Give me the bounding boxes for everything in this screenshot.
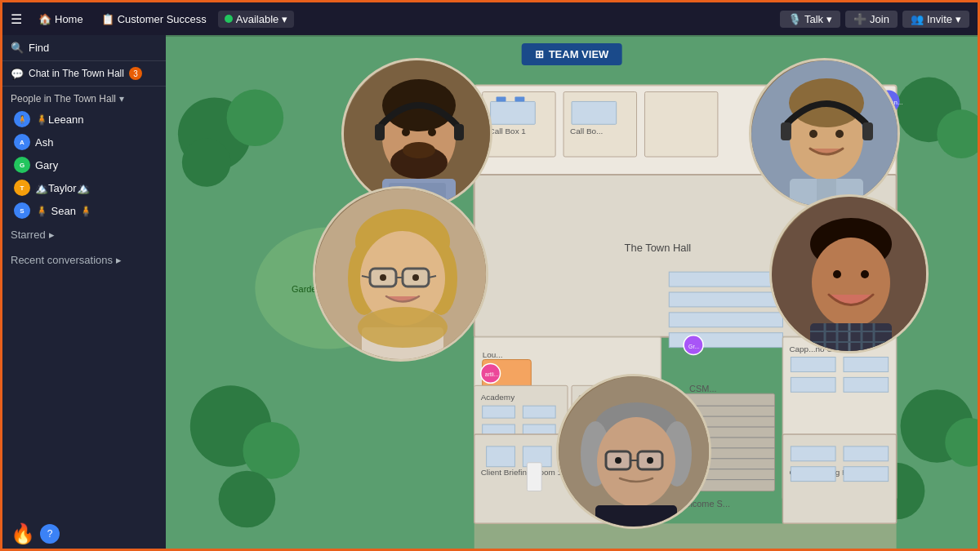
person-sean[interactable]: S 🧍 Sean 🧍 xyxy=(2,199,166,222)
people-chevron: ▾ xyxy=(119,93,124,104)
find-label: Find xyxy=(29,42,49,54)
recent-conversations-section[interactable]: Recent conversations ▸ xyxy=(2,247,166,273)
talk-button[interactable]: 🎙️ Talk ▾ xyxy=(780,11,840,28)
svg-rect-96 xyxy=(781,122,791,140)
svg-text:Call Bo...: Call Bo... xyxy=(570,127,603,136)
help-button[interactable]: ? xyxy=(40,524,60,544)
svg-point-113 xyxy=(412,274,419,281)
svg-rect-67 xyxy=(791,377,835,392)
svg-rect-66 xyxy=(844,358,889,372)
talk-chevron: ▾ xyxy=(826,13,832,25)
svg-point-2 xyxy=(227,90,284,147)
person-leeann[interactable]: 🧍 🧍Leeann xyxy=(2,108,166,131)
team-view-button[interactable]: ⊞ TEAM VIEW xyxy=(522,43,622,65)
svg-text:Client Briefing Room 1: Client Briefing Room 1 xyxy=(481,468,563,477)
svg-rect-86 xyxy=(375,124,385,140)
starred-section[interactable]: Starred ▸ xyxy=(2,222,166,247)
find-icon: 🔍 xyxy=(11,42,24,54)
svg-point-88 xyxy=(402,128,410,136)
person-name: Ash xyxy=(35,136,53,149)
customer-success-label: Customer Success xyxy=(118,13,207,25)
invite-icon: 👥 xyxy=(911,13,924,25)
person-name: 🏔️Taylor🏔️ xyxy=(35,182,90,194)
team-view-icon: ⊞ xyxy=(535,48,544,60)
team-view-label: TEAM VIEW xyxy=(549,48,609,60)
svg-text:Lou...: Lou... xyxy=(483,350,503,359)
svg-point-98 xyxy=(809,130,817,138)
svg-rect-78 xyxy=(844,447,889,461)
svg-rect-65 xyxy=(791,358,835,372)
svg-rect-23 xyxy=(644,91,717,157)
svg-point-90 xyxy=(403,142,435,158)
available-chevron: ▾ xyxy=(282,13,287,25)
person-gary[interactable]: G Gary xyxy=(2,153,166,176)
home-button[interactable]: 🏠 Home xyxy=(32,11,90,28)
svg-rect-97 xyxy=(862,122,873,140)
chat-townhall-button[interactable]: 💬 Chat in The Town Hall 3 xyxy=(2,61,166,87)
person-avatar: A xyxy=(14,134,30,150)
fire-icon: 🔥 xyxy=(11,522,35,545)
recent-label: Recent conversations xyxy=(11,254,113,266)
person-avatar: G xyxy=(14,157,30,173)
video-person-1 xyxy=(341,58,492,209)
video-person-5 xyxy=(556,374,711,529)
svg-rect-71 xyxy=(487,447,515,467)
status-dot xyxy=(225,15,233,23)
person-name: 🧍Leeann xyxy=(35,113,83,126)
svg-point-112 xyxy=(380,274,386,281)
svg-point-115 xyxy=(358,307,448,348)
sidebar: 🔍 Find 💬 Chat in The Town Hall 3 People … xyxy=(2,35,166,551)
svg-rect-81 xyxy=(474,523,897,551)
video-person-2 xyxy=(749,58,900,209)
person-ash[interactable]: A Ash xyxy=(2,131,166,153)
home-icon: 🏠 xyxy=(38,13,51,25)
people-section-label: People in The Town Hall xyxy=(11,93,116,104)
svg-rect-77 xyxy=(791,447,835,461)
svg-rect-22 xyxy=(572,101,617,124)
starred-label: Starred xyxy=(11,229,46,241)
person-name: Gary xyxy=(35,159,58,171)
svg-text:The Town Hall: The Town Hall xyxy=(625,242,692,254)
person-avatar: T xyxy=(14,180,30,196)
svg-rect-54 xyxy=(523,406,555,418)
top-navigation: ☰ 🏠 Home 📋 Customer Success Available ▾ … xyxy=(2,2,978,35)
svg-point-139 xyxy=(647,457,653,464)
person-name: 🧍 Sean 🧍 xyxy=(35,205,92,217)
svg-text:CSM...: CSM... xyxy=(689,384,716,393)
map-area[interactable]: Garden of E... Call Box 1 Call Bo... Cal… xyxy=(166,35,978,551)
svg-text:Academy: Academy xyxy=(481,393,514,402)
home-label: Home xyxy=(55,13,83,25)
invite-button[interactable]: 👥 Invite ▾ xyxy=(902,11,969,28)
person-taylor[interactable]: T 🏔️Taylor🏔️ xyxy=(2,176,166,199)
customer-success-icon: 📋 xyxy=(101,13,114,25)
join-button[interactable]: ➕ Join xyxy=(845,11,898,28)
invite-chevron: ▾ xyxy=(956,13,961,25)
join-icon: ➕ xyxy=(853,13,866,25)
svg-rect-33 xyxy=(669,272,782,287)
people-section-header[interactable]: People in The Town Hall ▾ xyxy=(2,87,166,108)
video-person-4 xyxy=(769,194,929,353)
svg-rect-74 xyxy=(527,463,541,491)
svg-point-99 xyxy=(835,130,844,138)
svg-point-89 xyxy=(428,128,436,136)
svg-point-118 xyxy=(812,238,890,327)
svg-text:Call Box 1: Call Box 1 xyxy=(489,127,527,136)
available-label: Available xyxy=(236,13,279,25)
chat-badge: 3 xyxy=(129,67,142,80)
svg-rect-53 xyxy=(483,406,515,418)
svg-rect-17 xyxy=(491,101,536,124)
svg-rect-35 xyxy=(669,313,782,327)
svg-rect-80 xyxy=(844,467,889,482)
find-button[interactable]: 🔍 Find xyxy=(2,35,166,61)
svg-rect-34 xyxy=(669,292,782,307)
talk-label: Talk xyxy=(804,13,823,25)
available-status-button[interactable]: Available ▾ xyxy=(218,11,295,28)
join-label: Join xyxy=(870,13,889,25)
svg-rect-79 xyxy=(791,467,835,482)
customer-success-button[interactable]: 📋 Customer Success xyxy=(95,11,213,28)
svg-point-11 xyxy=(219,471,276,528)
svg-point-3 xyxy=(182,138,231,187)
hamburger-menu[interactable]: ☰ xyxy=(11,11,22,27)
chat-label: Chat in The Town Hall xyxy=(29,68,124,79)
talk-icon: 🎙️ xyxy=(788,13,801,25)
